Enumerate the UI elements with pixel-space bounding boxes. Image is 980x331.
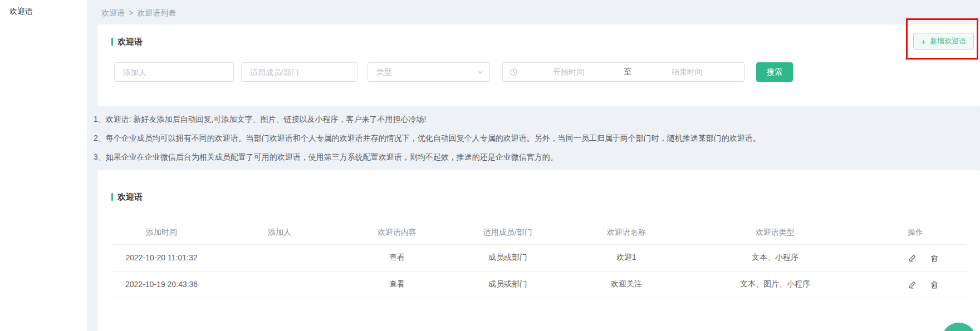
table-card: 欢迎语 添加时间 添加人 欢迎语内容 适用成员/部门 欢迎语名称 欢迎语类型 操… [97, 170, 980, 331]
table-row: 2022-10-20 11:01:32 查看 成员或部门 欢迎1 文本、小程序 [111, 244, 967, 271]
chevron-down-icon [477, 68, 484, 76]
type-select[interactable]: 类型 [367, 62, 490, 82]
table-section-title: 欢迎语 [117, 192, 143, 202]
breadcrumb-item-welcome-list[interactable]: 欢迎语列表 [137, 8, 176, 17]
col-content: 欢迎语内容 [347, 221, 447, 244]
date-range-separator: 至 [620, 67, 636, 77]
view-content-link[interactable]: 查看 [389, 279, 405, 288]
breadcrumb: 欢迎语>欢迎语列表 [87, 0, 980, 24]
cell-members: 成员或部门 [447, 244, 569, 271]
add-welcome-button-label: 新增欢迎语 [930, 36, 966, 46]
cell-members: 成员或部门 [447, 271, 569, 298]
cell-type: 文本、小程序 [684, 244, 866, 271]
breadcrumb-item-welcome[interactable]: 欢迎语 [101, 8, 125, 17]
tip-line-1: 1、欢迎语: 新好友添加后自动回复,可添加文字、图片、链接以及小程序，客户来了不… [94, 113, 980, 125]
sidebar: 欢迎语 [0, 0, 87, 331]
tip-line-3: 3、如果企业在企业微信后台为相关成员配置了可用的欢迎语，使用第三方系统配置欢迎语… [94, 151, 980, 163]
col-actions: 操作 [866, 221, 967, 244]
breadcrumb-separator: > [129, 8, 133, 17]
search-button[interactable]: 搜索 [756, 62, 793, 82]
add-welcome-button[interactable]: + 新增欢迎语 [913, 33, 974, 50]
sidebar-item-welcome-message[interactable]: 欢迎语 [0, 0, 87, 23]
cell-type: 文本、图片、小程序 [684, 271, 866, 298]
view-content-link[interactable]: 查看 [389, 253, 405, 261]
cell-name: 欢迎1 [569, 244, 684, 271]
col-added-time: 添加时间 [111, 221, 212, 244]
section-accent-bar [111, 38, 113, 46]
edit-icon[interactable] [908, 254, 917, 263]
type-select-placeholder: 类型 [376, 67, 392, 77]
tips-block: 1、欢迎语: 新好友添加后自动回复,可添加文字、图片、链接以及小程序，客户来了不… [87, 106, 980, 163]
edit-icon[interactable] [908, 280, 917, 289]
filter-section-title: 欢迎语 [117, 37, 143, 47]
table-section-header: 欢迎语 [111, 192, 966, 201]
col-members: 适用成员/部门 [447, 221, 569, 244]
col-creator: 添加人 [212, 221, 347, 244]
members-department-input[interactable] [241, 62, 357, 82]
end-time-placeholder: 结束时间 [636, 67, 738, 77]
clock-icon [509, 68, 518, 76]
creator-input[interactable] [114, 62, 234, 82]
welcome-message-table: 添加时间 添加人 欢迎语内容 适用成员/部门 欢迎语名称 欢迎语类型 操作 20… [111, 221, 967, 298]
filter-section-header: 欢迎语 [111, 37, 980, 46]
start-time-placeholder: 开始时间 [518, 67, 620, 77]
section-accent-bar [111, 193, 113, 201]
col-name: 欢迎语名称 [569, 221, 684, 244]
col-type: 欢迎语类型 [684, 221, 866, 244]
cell-added-time: 2022-10-20 11:01:32 [111, 244, 212, 271]
app-window: 欢迎语 欢迎语>欢迎语列表 欢迎语 + 新增欢迎语 类型 [0, 0, 980, 331]
cell-added-time: 2022-10-19 20:43:36 [111, 271, 212, 298]
filter-card: 欢迎语 + 新增欢迎语 类型 开始时间 至 结束时间 搜索 [97, 24, 980, 106]
cell-creator [212, 271, 347, 298]
plus-icon: + [921, 37, 926, 46]
cell-name: 欢迎关注 [569, 271, 684, 298]
tip-line-2: 2、每个企业成员均可以拥有不同的欢迎语。当部门欢迎语和个人专属的欢迎语并存的情况… [94, 132, 980, 144]
date-range-picker[interactable]: 开始时间 至 结束时间 [502, 62, 745, 82]
delete-icon[interactable] [930, 280, 939, 289]
filter-row: 类型 开始时间 至 结束时间 搜索 [111, 62, 980, 82]
delete-icon[interactable] [930, 254, 939, 263]
cell-creator [212, 244, 347, 271]
table-header-row: 添加时间 添加人 欢迎语内容 适用成员/部门 欢迎语名称 欢迎语类型 操作 [111, 221, 967, 244]
table-row: 2022-10-19 20:43:36 查看 成员或部门 欢迎关注 文本、图片、… [111, 271, 967, 298]
main-content: 欢迎语>欢迎语列表 欢迎语 + 新增欢迎语 类型 开始 [87, 0, 980, 331]
